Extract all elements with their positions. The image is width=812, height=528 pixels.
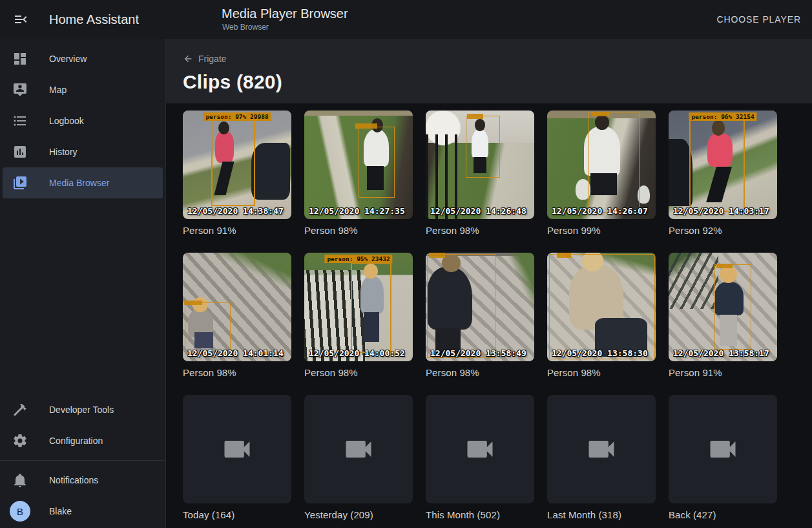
clip-timestamp: 12/05/2020 14:01:14 [187,348,284,358]
sidebar-item-label: Logbook [49,116,84,126]
clip-caption: Person 99% [547,225,656,236]
clip-thumbnail[interactable]: 12/05/2020 13:58:30 Person 98% [547,253,656,378]
folder-label: This Month (502) [426,509,534,520]
clip-thumbnail[interactable]: 12/05/2020 14:01:14 Person 98% [183,253,291,378]
folder-image [547,395,656,503]
clip-thumbnail[interactable]: 12/05/2020 13:58:49 Person 98% [426,253,534,378]
map-account-icon [12,82,28,98]
sidebar-item-label: Notifications [49,475,98,485]
detection-mini-label [592,112,610,117]
folder-item-yesterday[interactable]: Yesterday (209) [304,395,413,520]
clip-thumbnail[interactable]: person: 97% 29988 12/05/2020 14:38:47 Pe… [183,111,291,236]
folder-image [183,395,291,503]
clips-grid: person: 97% 29988 12/05/2020 14:38:47 Pe… [183,111,812,520]
video-icon [220,432,254,466]
choose-player-button[interactable]: CHOOSE PLAYER [713,14,805,25]
clip-thumbnail[interactable]: 12/05/2020 14:26:07 Person 99% [547,111,656,236]
sidebar-item-label: Map [49,85,67,95]
clip-image: 12/05/2020 14:27:35 [304,111,413,219]
folder-item-this-month[interactable]: This Month (502) [426,395,534,520]
sidebar-item-user[interactable]: B Blake [0,496,165,527]
detection-mini-label [557,253,571,258]
detection-bbox [588,112,640,213]
gear-icon [12,433,28,449]
folder-label: Yesterday (209) [304,509,413,520]
sidebar-item-developer-tools[interactable]: Developer Tools [0,394,165,425]
clip-image: person: 96% 32154 12/05/2020 14:03:17 [669,111,777,219]
detection-bbox [549,254,654,359]
list-bulleted-icon [12,113,28,129]
breadcrumb-back-frigate[interactable]: Frigate [183,39,227,64]
clips-grid-container: person: 97% 29988 12/05/2020 14:38:47 Pe… [165,103,812,528]
clip-caption: Person 98% [547,367,656,378]
play-box-multiple-icon [12,175,28,191]
clip-caption: Person 98% [304,225,413,236]
sidebar-item-media-browser[interactable]: Media Browser [3,167,163,198]
clip-timestamp: 12/05/2020 13:58:17 [673,348,769,358]
detection-bbox [466,116,499,178]
page-title: Clips (820) [183,71,812,93]
clip-timestamp: 12/05/2020 13:58:49 [430,348,526,358]
clip-caption: Person 98% [304,367,413,378]
detection-mini-label [429,253,445,258]
media-player-subtitle: Web Browser [222,23,348,32]
menu-open-button[interactable] [10,9,31,30]
clip-thumbnail[interactable]: person: 96% 32154 12/05/2020 14:03:17 Pe… [669,111,777,236]
hammer-icon [12,402,28,417]
clip-image: person: 97% 29988 12/05/2020 14:38:47 [183,111,291,219]
detection-bbox [689,119,745,211]
clip-image: 12/05/2020 13:58:17 [669,253,777,361]
detection-bbox [351,262,391,353]
clip-thumbnail[interactable]: 12/05/2020 14:26:48 Person 98% [426,111,534,236]
clip-thumbnail[interactable]: person: 95% 23432 12/05/2020 14:00:52 Pe… [304,253,413,378]
sidebar-footer: Developer Tools Configuration Notificati… [0,394,165,528]
sidebar-item-label: Media Browser [49,178,109,188]
clip-timestamp: 12/05/2020 14:00:52 [309,348,405,358]
arrow-left-icon [183,54,193,64]
folder-item-today[interactable]: Today (164) [183,395,291,520]
folder-image [426,395,534,503]
clip-caption: Person 98% [426,367,534,378]
clip-image: 12/05/2020 13:58:30 [547,253,656,361]
video-icon [706,432,740,466]
clip-caption: Person 91% [183,225,291,236]
detection-mini-label [716,264,733,269]
sidebar-item-configuration[interactable]: Configuration [0,425,165,456]
clip-thumbnail[interactable]: 12/05/2020 14:27:35 Person 98% [304,111,413,236]
home-assistant-app: Home Assistant Media Player Browser Web … [0,0,812,528]
media-browser-panel: Frigate Clips (820) person: 97% 29988 12… [165,39,812,528]
avatar: B [10,501,30,522]
sidebar-item-label: Developer Tools [49,405,114,415]
sidebar-item-label: Configuration [49,436,103,446]
sidebar-item-overview[interactable]: Overview [0,43,165,74]
media-player-title: Media Player Browser [222,6,348,21]
video-icon [463,432,497,466]
detection-bbox [359,127,395,198]
detection-mini-label [467,114,483,119]
clip-caption: Person 92% [669,225,777,236]
menu-open-icon [13,12,28,27]
sidebar-item-logbook[interactable]: Logbook [0,105,165,136]
clip-thumbnail[interactable]: 12/05/2020 13:58:17 Person 91% [669,253,777,378]
sidebar-item-notifications[interactable]: Notifications [0,465,165,496]
sidebar-item-history[interactable]: History [0,136,165,167]
top-app-bar: Home Assistant Media Player Browser Web … [0,0,812,39]
detection-bbox [185,302,231,354]
folder-item-back[interactable]: Back (427) [669,395,777,520]
bell-icon [12,472,28,488]
clip-timestamp: 12/05/2020 14:03:17 [673,206,769,216]
sidebar-item-map[interactable]: Map [0,74,165,105]
folder-image [669,395,777,503]
clip-caption: Person 98% [426,225,534,236]
folder-label: Back (427) [669,509,777,520]
detection-label: person: 97% 29988 [203,112,271,121]
detection-label: person: 96% 32154 [689,112,756,121]
clip-caption: Person 91% [669,367,777,378]
clip-timestamp: 12/05/2020 14:26:48 [430,206,526,216]
detection-bbox [211,118,255,207]
detection-bbox [427,254,495,359]
clip-image: 12/05/2020 13:58:49 [426,253,534,361]
clip-timestamp: 12/05/2020 14:26:07 [552,206,648,216]
clip-timestamp: 12/05/2020 14:27:35 [309,206,405,216]
folder-item-last-month[interactable]: Last Month (318) [547,395,656,520]
